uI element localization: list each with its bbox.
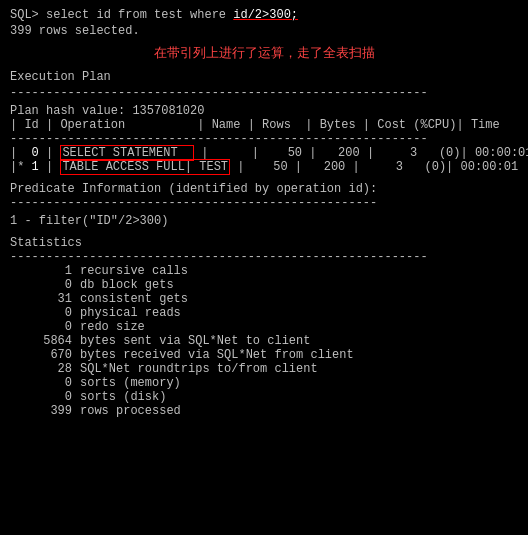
predicate-title: Predicate Information (identified by ope… <box>10 182 518 196</box>
stats-row: 0sorts (memory) <box>10 376 518 390</box>
stats-row: 0db block gets <box>10 278 518 292</box>
stats-num: 399 <box>10 404 80 418</box>
stats-row: 399rows processed <box>10 404 518 418</box>
stats-row: 0sorts (disk) <box>10 390 518 404</box>
statistics-rows: 1recursive calls0db block gets31consiste… <box>10 264 518 418</box>
execution-plan-divider: ----------------------------------------… <box>10 86 518 100</box>
stats-row: 0physical reads <box>10 306 518 320</box>
sql-line: SQL> select id from test where id/2>300; <box>10 8 518 22</box>
stats-num: 0 <box>10 376 80 390</box>
stats-row: 670bytes received via SQL*Net from clien… <box>10 348 518 362</box>
stats-num: 28 <box>10 362 80 376</box>
stats-label: physical reads <box>80 306 518 320</box>
stats-label: sorts (disk) <box>80 390 518 404</box>
rows-selected: 399 rows selected. <box>10 24 518 38</box>
execution-plan-title: Execution Plan <box>10 70 518 84</box>
sql-prompt: SQL> <box>10 8 46 22</box>
predicate-section: Predicate Information (identified by ope… <box>10 182 518 228</box>
warning-text: 在带引列上进行了运算，走了全表扫描 <box>10 44 518 62</box>
stats-label: db block gets <box>80 278 518 292</box>
statistics-section: Statistics -----------------------------… <box>10 236 518 418</box>
stats-num: 0 <box>10 390 80 404</box>
stats-row: 5864bytes sent via SQL*Net to client <box>10 334 518 348</box>
stats-num: 31 <box>10 292 80 306</box>
stats-num: 0 <box>10 306 80 320</box>
plan-hash: Plan hash value: 1357081020 <box>10 104 518 118</box>
stats-label: SQL*Net roundtrips to/from client <box>80 362 518 376</box>
plan-table: | Id | Operation | Name | Rows | Bytes |… <box>10 118 518 174</box>
stats-label: consistent gets <box>80 292 518 306</box>
stats-num: 0 <box>10 278 80 292</box>
statistics-title: Statistics <box>10 236 518 250</box>
stats-label: recursive calls <box>80 264 518 278</box>
stats-row: 28SQL*Net roundtrips to/from client <box>10 362 518 376</box>
sql-query-prefix: select id from test where <box>46 8 233 22</box>
terminal-content: SQL> select id from test where id/2>300;… <box>10 8 518 418</box>
stats-label: sorts (memory) <box>80 376 518 390</box>
stats-label: bytes sent via SQL*Net to client <box>80 334 518 348</box>
stats-row: 0redo size <box>10 320 518 334</box>
sql-query-highlight: id/2>300; <box>233 8 298 22</box>
stats-num: 5864 <box>10 334 80 348</box>
stats-label: redo size <box>80 320 518 334</box>
stats-num: 0 <box>10 320 80 334</box>
predicate-divider: ----------------------------------------… <box>10 196 518 210</box>
stats-num: 670 <box>10 348 80 362</box>
stats-label: rows processed <box>80 404 518 418</box>
predicate-content: 1 - filter("ID"/2>300) <box>10 214 518 228</box>
stats-row: 1recursive calls <box>10 264 518 278</box>
statistics-divider: ----------------------------------------… <box>10 250 518 264</box>
stats-num: 1 <box>10 264 80 278</box>
stats-row: 31consistent gets <box>10 292 518 306</box>
stats-label: bytes received via SQL*Net from client <box>80 348 518 362</box>
